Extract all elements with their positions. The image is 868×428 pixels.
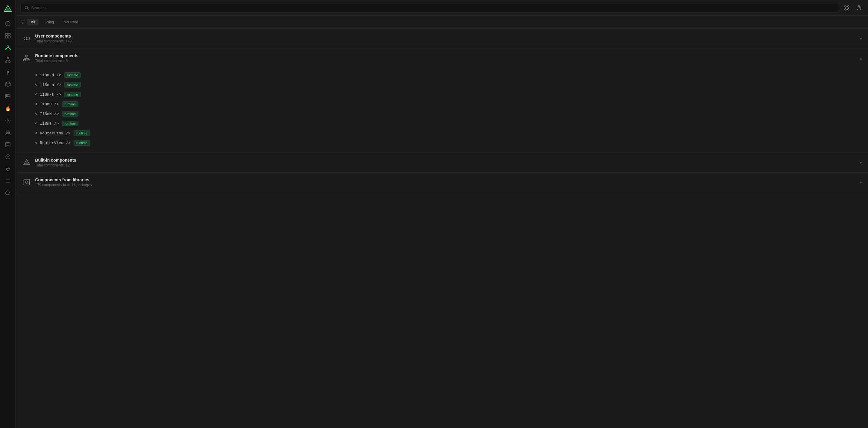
svg-rect-24 xyxy=(5,94,10,98)
svg-line-21 xyxy=(5,83,8,84)
component-tag: runtime xyxy=(62,121,79,126)
sidebar-item-graph[interactable] xyxy=(2,42,13,53)
sidebar-item-packages[interactable] xyxy=(2,139,13,150)
component-tag: runtime xyxy=(62,101,79,107)
section-user-components: User components Total components: 149 ▾ xyxy=(16,29,868,48)
svg-point-38 xyxy=(848,5,849,7)
topbar xyxy=(16,0,868,16)
sidebar-logo[interactable] xyxy=(2,4,13,14)
section-runtime-components-title: Runtime components xyxy=(35,53,860,58)
search-input[interactable] xyxy=(31,5,835,10)
sidebar-item-components[interactable] xyxy=(2,30,13,41)
runtime-components-list: < i18n-d /> runtime < i18n-n /> runtime … xyxy=(16,68,868,153)
svg-point-26 xyxy=(7,120,8,121)
svg-line-13 xyxy=(8,47,9,49)
svg-point-35 xyxy=(25,6,28,9)
svg-point-28 xyxy=(8,131,10,133)
library-components-icon xyxy=(22,177,31,187)
section-library-components-info: Components from libraries 179 components… xyxy=(35,177,860,187)
svg-line-22 xyxy=(8,83,10,84)
component-name: < i18n-n /> xyxy=(35,83,61,87)
component-tag: runtime xyxy=(64,72,81,78)
list-item[interactable]: < I18nN /> runtime xyxy=(35,109,862,119)
content-area: User components Total components: 149 ▾ xyxy=(16,29,868,428)
section-library-components-header[interactable]: Components from libraries 179 components… xyxy=(16,172,868,192)
topbar-icons xyxy=(842,4,863,12)
section-builtin-components-info: Built-in components Total components: 12 xyxy=(35,158,860,167)
filter-icon xyxy=(21,20,25,24)
sidebar-item-tree[interactable] xyxy=(2,55,13,65)
search-bar[interactable] xyxy=(21,3,839,12)
section-library-components: Components from libraries 179 components… xyxy=(16,172,868,192)
section-builtin-components: Built-in components Total components: 12… xyxy=(16,153,868,172)
section-runtime-components-header[interactable]: Runtime components Total components: 8 ▴ xyxy=(16,48,868,68)
sidebar-item-hot-reload[interactable]: 🔥 xyxy=(2,103,13,114)
section-user-components-subtitle: Total components: 149 xyxy=(35,39,860,43)
sidebar-item-info[interactable] xyxy=(2,18,13,29)
component-name: < I18nD /> xyxy=(35,102,59,106)
builtin-components-chevron: ▾ xyxy=(860,160,862,165)
section-runtime-components-info: Runtime components Total components: 8 xyxy=(35,53,860,63)
search-icon xyxy=(25,6,29,10)
builtin-components-icon xyxy=(22,158,31,167)
filter-using-button[interactable]: Using xyxy=(41,19,58,26)
svg-point-4 xyxy=(7,23,8,23)
section-user-components-title: User components xyxy=(35,34,860,38)
svg-rect-61 xyxy=(24,179,30,185)
list-item[interactable]: < RouterView /> runtime xyxy=(35,138,862,148)
component-tag: runtime xyxy=(64,82,81,88)
filter-bar: All Using Not used xyxy=(16,16,868,29)
section-library-components-title: Components from libraries xyxy=(35,177,860,182)
sidebar-item-performance[interactable] xyxy=(2,67,13,77)
sidebar-item-connections[interactable] xyxy=(2,163,13,174)
runtime-components-icon xyxy=(22,53,31,63)
list-item[interactable]: < I18nD /> runtime xyxy=(35,99,862,109)
connections-icon[interactable] xyxy=(842,4,851,12)
section-builtin-components-subtitle: Total components: 12 xyxy=(35,163,860,167)
svg-rect-29 xyxy=(5,142,10,147)
section-runtime-components-subtitle: Total components: 8 xyxy=(35,59,860,63)
list-item[interactable]: < I18nT /> runtime xyxy=(35,119,862,128)
section-user-components-header[interactable]: User components Total components: 149 ▾ xyxy=(16,29,868,48)
component-name: < RouterLink /> xyxy=(35,131,70,136)
timer-icon[interactable] xyxy=(855,4,863,12)
svg-rect-53 xyxy=(24,59,26,61)
section-library-components-subtitle: 179 components from 11 packages xyxy=(35,183,860,187)
component-name: < I18nT /> xyxy=(35,121,59,126)
list-item[interactable]: < i18n-n /> runtime xyxy=(35,80,862,90)
section-runtime-components: Runtime components Total components: 8 ▴… xyxy=(16,48,868,153)
sidebar: 🔥 xyxy=(0,0,16,428)
component-tag: runtime xyxy=(73,130,90,136)
svg-rect-7 xyxy=(5,36,7,38)
svg-rect-52 xyxy=(26,55,28,57)
sidebar-item-layers[interactable] xyxy=(2,175,13,187)
svg-rect-6 xyxy=(8,33,10,35)
component-tag: runtime xyxy=(73,140,90,145)
filter-not-used-button[interactable]: Not used xyxy=(60,19,82,26)
filter-all-button[interactable]: All xyxy=(27,19,38,26)
list-item[interactable]: < RouterLink /> runtime xyxy=(35,128,862,138)
svg-rect-8 xyxy=(8,36,10,38)
svg-rect-54 xyxy=(28,59,30,61)
sidebar-item-cloud[interactable] xyxy=(2,188,13,199)
component-name: < i18n-t /> xyxy=(35,92,61,97)
svg-line-12 xyxy=(6,47,7,49)
sidebar-item-plugins[interactable] xyxy=(2,151,13,162)
list-item[interactable]: < i18n-t /> runtime xyxy=(35,90,862,99)
section-user-components-info: User components Total components: 149 xyxy=(35,34,860,43)
svg-line-36 xyxy=(27,8,28,9)
sidebar-item-assets[interactable] xyxy=(2,91,13,102)
main-panel: All Using Not used User components Total… xyxy=(16,0,868,428)
section-builtin-components-header[interactable]: Built-in components Total components: 12… xyxy=(16,153,868,172)
svg-rect-15 xyxy=(5,61,7,62)
sidebar-item-social[interactable] xyxy=(2,127,13,138)
list-item[interactable]: < i18n-d /> runtime xyxy=(35,70,862,80)
user-components-icon xyxy=(22,34,31,43)
library-components-chevron: ▾ xyxy=(860,180,862,185)
svg-point-40 xyxy=(848,8,849,10)
sidebar-item-settings[interactable] xyxy=(2,115,13,126)
component-name: < RouterView /> xyxy=(35,141,70,145)
svg-point-39 xyxy=(845,8,846,10)
component-tag: runtime xyxy=(64,92,81,97)
sidebar-item-store[interactable] xyxy=(2,79,13,90)
